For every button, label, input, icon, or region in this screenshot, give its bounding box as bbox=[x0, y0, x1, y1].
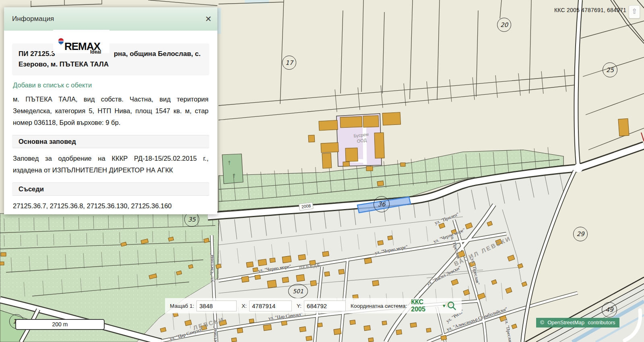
scale-label: Мащаб 1: bbox=[170, 303, 194, 309]
section-heading-neighbors: Съседи bbox=[12, 182, 209, 196]
cross-symbol: † bbox=[228, 160, 231, 166]
y-coordinate-input[interactable] bbox=[304, 301, 346, 311]
north-arrow-button[interactable]: ⇧ bbox=[629, 5, 640, 19]
remax-balloon-icon bbox=[58, 38, 64, 46]
parcel-identifier: ПИ 27125.3рна, община Белослав, с. Езеро… bbox=[12, 44, 209, 75]
street-label: ул. "Светлина" bbox=[213, 326, 217, 342]
map-viewer: † † bbox=[0, 0, 644, 342]
cursor-coordinates-readout: ККС 2005 4787691, 684971 bbox=[554, 7, 626, 13]
parcel-group-marker: 49 bbox=[602, 302, 617, 317]
neighbors-list: 27125.36.7, 27125.36.8, 27125.36.130, 27… bbox=[13, 200, 208, 212]
parcel-description: м. ПЪТЕКА ТАЛА, вид собств. Частна, вид … bbox=[13, 93, 208, 129]
crs-label: Координатна система: bbox=[351, 303, 407, 309]
remax-sub-brand: Ideal bbox=[90, 49, 101, 55]
section-heading-order: Основна заповед bbox=[12, 135, 209, 148]
x-coordinate-input[interactable] bbox=[249, 301, 292, 311]
parcel-group-marker: 501 bbox=[288, 284, 308, 298]
north-arrow-icon: ⇧ bbox=[632, 8, 637, 15]
add-to-object-list-link[interactable]: Добави в списък с обекти bbox=[13, 81, 92, 89]
info-panel-header: Информация ✕ bbox=[4, 7, 217, 31]
crs-selector[interactable]: ККС 2005 bbox=[411, 298, 438, 313]
scale-bar: 200 m bbox=[15, 319, 105, 330]
x-label: X: bbox=[242, 303, 247, 309]
parcel-group-marker: 17 bbox=[282, 56, 296, 70]
scale-bar-label: 200 m bbox=[52, 321, 68, 327]
parcel-group-marker: 29 bbox=[573, 227, 588, 241]
cross-symbol: † bbox=[233, 172, 235, 178]
order-text: Заповед за одобрение на КККР РД-18-15/25… bbox=[13, 153, 208, 176]
close-icon: ✕ bbox=[205, 14, 212, 24]
osm-attribution[interactable]: © OpenStreetMap contributors bbox=[536, 318, 619, 327]
parcel-group-marker: 25 bbox=[603, 62, 617, 77]
search-icon bbox=[448, 302, 455, 309]
info-panel: Информация ✕ REMAX Ideal ПИ 27125.3рна, … bbox=[4, 7, 217, 214]
chevron-down-icon[interactable]: ▼ bbox=[442, 303, 446, 308]
remax-logo: REMAX Ideal bbox=[53, 30, 109, 53]
panel-title: Информация bbox=[4, 7, 217, 31]
map-toolbar: Мащаб 1: X: Y: Координатна система: ККС … bbox=[165, 298, 462, 313]
street-label: ул. "Светлина" bbox=[209, 253, 214, 282]
parcel-group-marker: 36 bbox=[374, 196, 390, 212]
scale-input[interactable] bbox=[196, 301, 237, 311]
search-button[interactable] bbox=[446, 300, 457, 311]
parcel-group-marker: 20 bbox=[497, 18, 511, 32]
close-button[interactable]: ✕ bbox=[205, 7, 212, 31]
y-label: Y: bbox=[297, 303, 301, 309]
